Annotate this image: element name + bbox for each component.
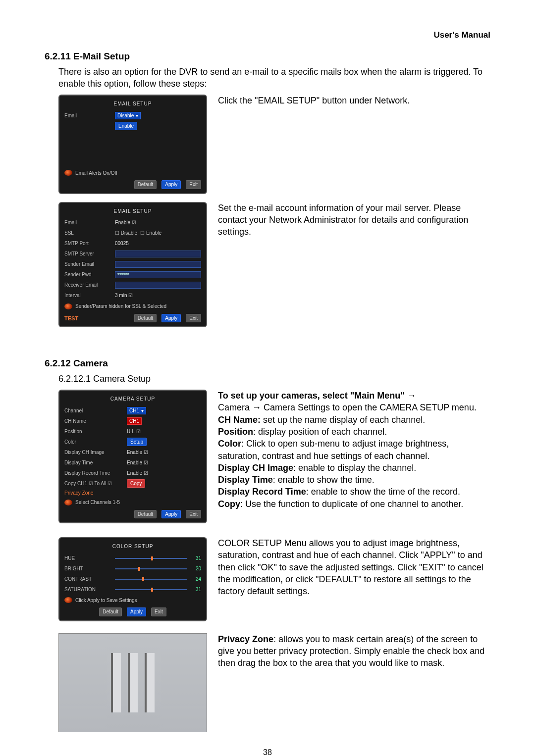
field-label: SMTP Server (64, 251, 112, 257)
apply-button[interactable]: Apply (161, 180, 181, 189)
exit-button[interactable]: Exit (186, 510, 201, 519)
email-desc-2: Set the e-mail account information of yo… (218, 202, 490, 238)
color-setup-button[interactable]: Setup (127, 438, 147, 447)
exit-button[interactable]: Exit (186, 314, 201, 323)
email-label: Email (64, 112, 112, 119)
exit-button[interactable]: Exit (186, 180, 201, 189)
sender-pwd-input[interactable]: ****** (115, 271, 201, 278)
hue-label: HUE (64, 555, 112, 562)
field-label: Interval (64, 292, 112, 299)
page-header: User's Manual (45, 30, 490, 41)
hue-value: 31 (190, 555, 201, 562)
field-label: Position (64, 428, 124, 435)
hue-slider[interactable] (115, 556, 187, 561)
display-chimage-toggle[interactable]: Enable ☑ (127, 449, 148, 456)
apply-button[interactable]: Apply (161, 510, 181, 519)
contrast-slider[interactable] (115, 577, 187, 582)
hint-text: Email Alerts On/Off (75, 170, 117, 177)
field-label: Sender Pwd (64, 271, 112, 278)
label-text: : enable to show the time of the record. (306, 487, 460, 497)
label-text: : display position of each channel. (253, 427, 387, 437)
email-setup-panel-1: EMAIL SETUP Email Disable ▾ Enable Email… (58, 95, 207, 194)
label-bold: Display Time (218, 475, 273, 485)
heading-email-setup: 6.2.11 E-Mail Setup (45, 50, 490, 63)
field-label: SSL (64, 230, 112, 237)
panel-title: CAMERA SETUP (64, 396, 201, 403)
email-intro: There is also an option for the DVR to s… (58, 66, 490, 90)
chname-input[interactable]: CH1 (127, 417, 142, 425)
hint-text: Click Apply to Save Settings (75, 597, 137, 604)
default-button[interactable]: Default (134, 314, 157, 323)
field-label: Channel (64, 407, 124, 414)
camera-setup-panel: CAMERA SETUP Channel CH1▾ CH Name CH1 Po… (58, 390, 207, 523)
alert-icon (64, 597, 72, 603)
enable-option[interactable]: Enable (115, 122, 137, 131)
interval-value[interactable]: 3 min ☑ (115, 292, 133, 299)
contrast-value: 24 (190, 576, 201, 583)
email-disable-select[interactable]: Disable ▾ (115, 112, 141, 120)
bright-slider[interactable] (115, 566, 187, 571)
panel-title: EMAIL SETUP (64, 208, 201, 215)
panel-title: EMAIL SETUP (64, 101, 201, 107)
label-text: : Use the function to duplicate of one c… (240, 499, 463, 509)
smtp-server-input[interactable] (115, 251, 201, 257)
label-text: set up the name display of each channel. (261, 415, 425, 425)
position-select[interactable]: U-L ☑ (127, 428, 141, 435)
smtp-port-value[interactable]: 00025 (115, 240, 129, 247)
bright-value: 20 (190, 565, 201, 572)
lead-rest: Camera → Camera Settings to open the CAM… (218, 403, 477, 412)
bright-label: BRIGHT (64, 565, 112, 572)
ssl-enable-radio[interactable]: ☐ Enable (140, 230, 161, 237)
chevron-down-icon: ▾ (136, 112, 138, 119)
display-time-toggle[interactable]: Enable ☑ (127, 459, 148, 466)
label-bold: Copy (218, 499, 240, 509)
mask-bar-icon (111, 653, 121, 712)
display-rectime-toggle[interactable]: Enable ☑ (127, 470, 148, 477)
camera-setup-text: To set up your cameras, select "Main Men… (218, 390, 490, 510)
sender-email-input[interactable] (115, 261, 201, 268)
field-label: SMTP Port (64, 240, 112, 247)
channel-select[interactable]: CH1▾ (127, 407, 146, 415)
label-bold: Display Record Time (218, 487, 306, 497)
apply-button[interactable]: Apply (127, 607, 146, 616)
field-label: Display CH Image (64, 449, 124, 456)
copy-button[interactable]: Copy (127, 479, 145, 488)
label-bold: Color (218, 439, 241, 449)
saturation-label: SATURATION (64, 586, 112, 593)
saturation-value: 31 (190, 586, 201, 593)
subheading-camera-setup: 6.2.12.1 Camera Setup (58, 373, 490, 385)
privacy-zone-text: Privacy Zone: allows you to mask certain… (218, 633, 490, 669)
alert-icon (64, 170, 72, 176)
receiver-email-input[interactable] (115, 282, 201, 289)
default-button[interactable]: Default (99, 607, 122, 616)
field-label: Display Record Time (64, 470, 124, 477)
exit-button[interactable]: Exit (151, 607, 166, 616)
privacy-bold: Privacy Zone (218, 634, 273, 644)
email-desc-1: Click the "EMAIL SETUP" button under Net… (218, 95, 490, 106)
label-bold: Display CH Image (218, 463, 293, 473)
default-button[interactable]: Default (134, 510, 157, 519)
field-label: Display Time (64, 459, 124, 466)
email-enable[interactable]: Enable ☑ (115, 219, 136, 226)
field-label: CH Name (64, 418, 124, 425)
test-button[interactable]: TEST (64, 315, 78, 322)
field-label: Receiver Email (64, 282, 112, 289)
hint-text: Sender/Param hidden for SSL & Selected (75, 303, 166, 310)
field-label: Color (64, 439, 124, 446)
hint-text: Select Channels 1-5 (75, 499, 120, 506)
email-setup-panel-2: EMAIL SETUP Email Enable ☑ SSL ☐ Disable… (58, 202, 207, 328)
copy-label: Copy CH1 ☑ To All ☑ (64, 480, 124, 487)
color-setup-panel: COLOR SETUP HUE 31 BRIGHT 20 CONTRAST 24… (58, 537, 207, 621)
contrast-label: CONTRAST (64, 576, 112, 583)
color-setup-text: COLOR SETUP Menu allows you to adjust im… (218, 537, 490, 597)
field-label: Email (64, 219, 112, 226)
ssl-disable-radio[interactable]: ☐ Disable (115, 230, 137, 237)
apply-button[interactable]: Apply (161, 314, 181, 323)
default-button[interactable]: Default (134, 180, 157, 189)
select-value: Disable (117, 112, 134, 119)
saturation-slider[interactable] (115, 587, 187, 592)
field-label: Sender Email (64, 261, 112, 268)
alert-icon (64, 303, 72, 309)
privacy-zone-link[interactable]: Privacy Zone (64, 490, 201, 497)
label-bold: CH Name: (218, 415, 261, 425)
